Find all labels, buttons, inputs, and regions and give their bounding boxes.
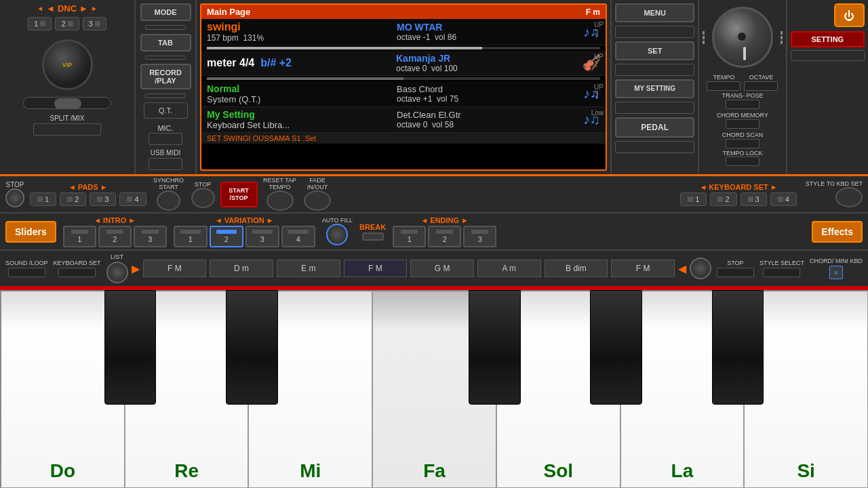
split-mix-label: SPLIT /MIX <box>33 115 101 136</box>
black-key-4[interactable] <box>590 290 642 405</box>
fade-button[interactable] <box>304 190 331 211</box>
black-key-1[interactable] <box>104 290 157 405</box>
qt-button[interactable]: Q.T. <box>144 102 188 119</box>
style-to-kbd-button[interactable] <box>835 187 863 207</box>
keyboard-set-led[interactable] <box>58 268 96 277</box>
transpose-led[interactable] <box>726 100 760 109</box>
black-key-2[interactable] <box>226 290 278 405</box>
stop-knob[interactable] <box>5 188 24 207</box>
set-led <box>615 64 694 76</box>
synchro-stop-button[interactable] <box>191 188 215 208</box>
var-btn-3[interactable]: 3 <box>245 226 279 247</box>
synchro-start-button[interactable] <box>157 190 180 211</box>
horizontal-slider[interactable] <box>23 97 111 109</box>
menu-button[interactable]: MENU <box>615 3 694 22</box>
style-select-led[interactable] <box>763 268 800 277</box>
knob-section: TEMPO OCTAVE TRANS- POSE <box>699 0 787 174</box>
list-knob[interactable] <box>106 262 128 283</box>
var-btn-4[interactable]: 4 <box>281 226 315 247</box>
black-key-3[interactable] <box>469 290 521 405</box>
mode-led <box>145 25 186 30</box>
main-display: Main Page F m swingi 157 bpm 131% MO WTA… <box>197 0 610 174</box>
kbd-btn-3[interactable]: 3 <box>741 192 767 206</box>
end-right-arrow: ► <box>461 216 469 224</box>
tempo-lock-led[interactable] <box>726 157 760 166</box>
chord-em[interactable]: E m <box>277 260 340 277</box>
fade-group: FADE IN/OUT <box>302 178 333 211</box>
tempo-led[interactable] <box>707 81 741 91</box>
dnc-btn-3[interactable]: 3 <box>83 17 106 30</box>
style-to-kbd-label: STYLE TO KBD SET <box>806 181 863 188</box>
black-key-5[interactable] <box>712 290 764 405</box>
kamanja: Kamanja JR <box>396 53 578 64</box>
pad-btn-4[interactable]: 4 <box>119 192 146 206</box>
sliders-button[interactable]: Sliders <box>5 221 56 243</box>
progress-bar-2 <box>207 77 600 80</box>
break-button[interactable] <box>362 232 384 241</box>
record-led <box>145 94 186 98</box>
end-left-arrow: ◄ <box>420 216 428 224</box>
chord-left-arrow[interactable]: ◀ <box>678 262 686 275</box>
end-btn-1[interactable]: 1 <box>393 226 426 247</box>
chord-gm[interactable]: G M <box>410 260 474 277</box>
kbd-btn-2[interactable]: 2 <box>710 192 736 206</box>
style-select-label: STYLE SELECT <box>760 260 804 267</box>
chord-fm-1[interactable]: F M <box>143 260 207 277</box>
pad-btn-3[interactable]: 3 <box>90 192 116 206</box>
mo-wtar: MO WTAR <box>397 22 580 33</box>
kbd-btn-1[interactable]: 1 <box>680 192 707 206</box>
intro-btn-3[interactable]: 3 <box>134 226 167 247</box>
my-setting-button[interactable]: MY SETTING <box>615 79 694 98</box>
octave-led[interactable] <box>744 81 778 91</box>
tab-button[interactable]: TAB <box>140 34 191 52</box>
chord-bdim[interactable]: B dim <box>545 260 608 277</box>
vip-disk[interactable] <box>42 39 93 90</box>
chord-memory-group: CHORD MEMORY <box>717 113 768 129</box>
chord-fm-3[interactable]: F M <box>611 260 675 277</box>
start-stop-button[interactable]: START /STOP <box>220 182 258 207</box>
reset-tap-button[interactable] <box>267 190 294 211</box>
stop-led[interactable] <box>717 268 754 277</box>
chord-dm[interactable]: D m <box>210 260 273 277</box>
dnc-btn-2[interactable]: 2 <box>55 17 79 30</box>
pedal-button[interactable]: PEDAL <box>615 117 694 138</box>
setting-button[interactable]: SETTING <box>791 31 865 47</box>
intro-btn-1[interactable]: 1 <box>63 226 96 247</box>
sound-loop-led[interactable] <box>8 268 45 277</box>
power-button[interactable]: ⏻ <box>834 3 865 27</box>
display-row-2[interactable]: meter 4/4 b/# +2 Kamanja JR octave 0 vol… <box>201 51 606 76</box>
synchro-stop-group: STOP <box>191 181 215 208</box>
auto-fill-knob[interactable] <box>326 224 348 245</box>
split-mix-btn[interactable] <box>33 123 101 136</box>
tempo-group: TEMPO <box>707 75 741 91</box>
pad-btn-2[interactable]: 2 <box>60 192 86 206</box>
list-arrow[interactable]: ▶ <box>132 262 140 275</box>
main-knob[interactable] <box>712 7 773 68</box>
chord-scan-led[interactable] <box>726 139 760 148</box>
end-btn-3[interactable]: 3 <box>463 226 496 247</box>
piano-section: Do Re Mi Fa Sol La Si <box>0 288 868 488</box>
stop-knob-2[interactable] <box>690 258 711 279</box>
var-btn-2[interactable]: 2 <box>210 226 243 247</box>
chord-am[interactable]: A m <box>477 260 541 277</box>
display-row-3[interactable]: Normal System (Q.T.) Bass Chord octave +… <box>201 81 606 107</box>
display-row-4[interactable]: My Setting Keyboard Set Libra... Det.Cle… <box>201 107 606 133</box>
record-play-button[interactable]: RECORD /PLAY <box>140 64 191 89</box>
chord-fm-2[interactable]: F M <box>344 260 408 277</box>
kbd-btn-4[interactable]: 4 <box>770 192 797 206</box>
keyboard-set-label-sl: KEYBOARD SET <box>54 260 101 267</box>
var-btn-1[interactable]: 1 <box>174 226 208 247</box>
dnc-btn-1[interactable]: 1 <box>28 17 52 30</box>
intro-right-arrow: ► <box>128 216 136 224</box>
intro-btn-2[interactable]: 2 <box>98 226 132 247</box>
dnc-led-2 <box>68 21 73 26</box>
auto-fill-section: AUTO FILL <box>322 218 353 246</box>
chord-mini-btn[interactable]: ✕ <box>829 266 843 279</box>
mode-button[interactable]: MODE <box>140 3 191 21</box>
chord-memory-led[interactable] <box>726 119 760 129</box>
effects-button[interactable]: Effects <box>812 221 863 243</box>
pad-btn-1[interactable]: 1 <box>30 192 56 206</box>
display-row-1[interactable]: swingi 157 bpm 131% MO WTAR octave -1 vo… <box>201 19 606 45</box>
end-btn-2[interactable]: 2 <box>428 226 461 247</box>
set-button[interactable]: SET <box>615 41 694 60</box>
